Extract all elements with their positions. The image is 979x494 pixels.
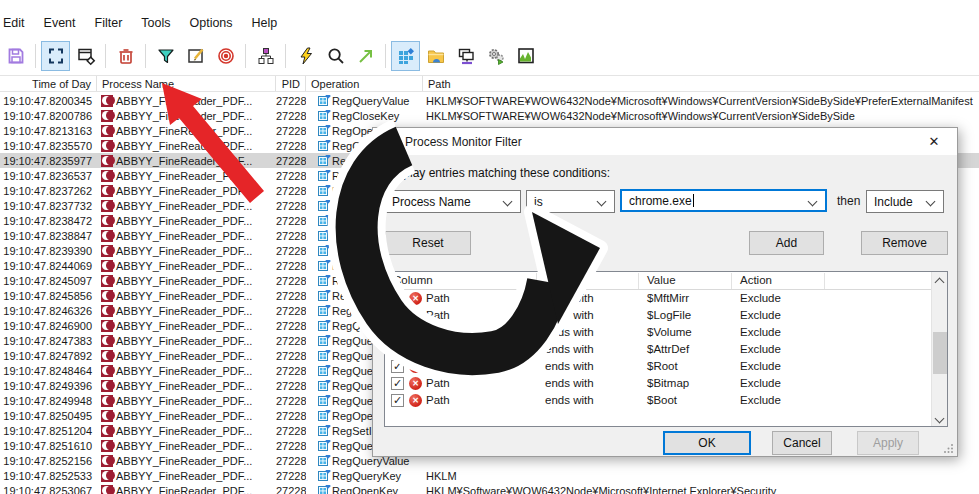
save-icon[interactable] <box>2 42 29 70</box>
column-header-path[interactable]: Path <box>423 76 979 91</box>
autoscroll-icon[interactable] <box>72 42 99 70</box>
column-header-operation[interactable]: Operation <box>306 76 423 91</box>
show-profiling-events-icon[interactable] <box>512 42 539 70</box>
jump-to-icon[interactable] <box>352 42 379 70</box>
filter-rule-column: Path <box>426 360 450 372</box>
scroll-up-icon[interactable] <box>936 276 943 283</box>
abbyy-process-icon <box>101 215 113 227</box>
filter-checkbox[interactable]: ✓ <box>391 394 404 407</box>
menu-item-event[interactable]: Event <box>44 16 76 30</box>
cancel-button[interactable]: Cancel <box>772 431 832 455</box>
filter-rule-row[interactable]: ✓✕Pathends with$MftMirrExclude <box>385 291 931 308</box>
event-row[interactable]: 19:10:47.8200345ABBYY_FineReader_PDF...2… <box>0 93 979 108</box>
filter-rule-row[interactable]: ✓✕Pathends with$VolumeExclude <box>385 325 931 342</box>
show-registry-activity-icon[interactable] <box>392 42 419 70</box>
abbyy-process-icon <box>101 380 113 392</box>
show-process-activity-icon[interactable] <box>482 42 509 70</box>
filter-icon[interactable] <box>152 42 179 70</box>
event-pid: 27228 <box>276 95 306 107</box>
filter-column-select[interactable]: Process Name <box>384 190 521 213</box>
find-icon[interactable] <box>322 42 349 70</box>
filter-rule-row[interactable]: ✓✕Pathends with$LogFileExclude <box>385 308 931 325</box>
event-time: 19:10:47.8245097 <box>0 275 97 287</box>
event-row[interactable]: 19:10:47.8200786ABBYY_FineReader_PDF...2… <box>0 108 979 123</box>
scrollbar-thumb[interactable] <box>933 332 947 374</box>
event-pid: 27228 <box>276 230 306 242</box>
dialog-title-bar[interactable]: Process Monitor Filter ✕ <box>373 128 957 155</box>
abbyy-process-icon <box>101 350 113 362</box>
reset-button[interactable]: Reset <box>385 231 471 255</box>
process-name-text: ABBYY_FineReader_PDF... <box>116 95 252 107</box>
event-pid: 27228 <box>276 305 306 317</box>
registry-operation-icon <box>318 246 328 256</box>
filter-col-header-relation[interactable]: Relation <box>545 274 587 286</box>
filter-relation-value: is <box>534 195 543 209</box>
menu-item-help[interactable]: Help <box>252 16 278 30</box>
menu-item-tools[interactable]: Tools <box>141 16 170 30</box>
include-process-from-window-icon[interactable] <box>212 42 239 70</box>
filter-col-header-action[interactable]: Action <box>740 274 772 286</box>
toolbar-separator <box>145 44 146 68</box>
scroll-down-icon[interactable] <box>936 415 943 422</box>
menu-item-options[interactable]: Options <box>189 16 232 30</box>
remove-button[interactable]: Remove <box>861 231 948 255</box>
event-path: HKLM <box>423 470 979 482</box>
filter-col-header-column[interactable]: Column <box>393 274 433 286</box>
filter-checkbox[interactable]: ✓ <box>391 292 404 305</box>
exclude-icon: ✕ <box>409 309 422 322</box>
filter-list-scrollbar[interactable] <box>931 272 947 426</box>
filter-checkbox[interactable]: ✓ <box>391 360 404 373</box>
filter-relation-select[interactable]: is <box>526 190 615 213</box>
event-operation: RegOpenKey <box>306 485 423 494</box>
filter-rule-row[interactable]: ✓✕Pathends with$AttrDefExclude <box>385 342 931 359</box>
event-pid: 27228 <box>276 380 306 392</box>
filter-action-select[interactable]: Include <box>866 190 944 213</box>
registry-operation-icon <box>318 471 328 481</box>
event-process: ABBYY_FineReader_PDF... <box>97 350 276 362</box>
close-icon[interactable]: ✕ <box>925 133 943 151</box>
ok-button[interactable]: OK <box>663 431 751 455</box>
event-time: 19:10:47.8235570 <box>0 140 97 152</box>
filter-rule-column: Path <box>426 394 450 406</box>
add-button[interactable]: Add <box>749 231 824 255</box>
filter-checkbox[interactable]: ✓ <box>391 343 404 356</box>
highlight-icon[interactable] <box>182 42 209 70</box>
column-header-time-of-day[interactable]: Time of Day <box>0 76 97 91</box>
capture-icon[interactable] <box>42 42 69 70</box>
filter-rule-row[interactable]: ✓✕Pathends with$BootExclude <box>385 393 931 410</box>
event-process: ABBYY_FineReader_PDF... <box>97 275 276 287</box>
event-row[interactable]: 19:10:47.8253067ABBYY_FineReader_PDF...2… <box>0 483 979 494</box>
filter-checkbox[interactable]: ✓ <box>391 309 404 322</box>
filter-col-header-value[interactable]: Value <box>647 274 676 286</box>
filter-value-input[interactable]: chrome.exe <box>620 189 827 212</box>
process-name-text: ABBYY_FineReader_PDF... <box>116 350 252 362</box>
event-time: 19:10:47.8252156 <box>0 455 97 467</box>
process-tree-icon[interactable] <box>252 42 279 70</box>
show-network-activity-icon[interactable] <box>452 42 479 70</box>
filter-checkbox[interactable]: ✓ <box>391 377 404 390</box>
event-pid: 27228 <box>276 290 306 302</box>
menu-item-edit[interactable]: Edit <box>3 16 25 30</box>
event-row[interactable]: 19:10:47.8252533ABBYY_FineReader_PDF...2… <box>0 468 979 483</box>
event-path: HKLM¥SOFTWARE¥WOW6432Node¥Microsoft¥Wind… <box>423 95 979 107</box>
event-process: ABBYY_FineReader_PDF... <box>97 365 276 377</box>
column-header-pid[interactable]: PID <box>276 76 306 91</box>
column-header-process-name[interactable]: Process Name <box>97 76 276 91</box>
apply-button: Apply <box>857 431 919 455</box>
registry-operation-icon <box>318 276 328 286</box>
clear-icon[interactable] <box>112 42 139 70</box>
event-process: ABBYY_FineReader_PDF... <box>97 470 276 482</box>
resize-grip[interactable] <box>944 443 954 453</box>
filter-rule-row[interactable]: ✓✕Pathends with$BitmapExclude <box>385 376 931 393</box>
then-label: then <box>837 194 860 208</box>
event-time: 19:10:47.8200786 <box>0 110 97 122</box>
filter-checkbox[interactable]: ✓ <box>391 326 404 339</box>
registry-operation-icon <box>318 141 328 151</box>
filter-rule-row[interactable]: ✓✕Pathends with$RootExclude <box>385 359 931 376</box>
boot-logging-icon[interactable] <box>292 42 319 70</box>
menu-item-filter[interactable]: Filter <box>95 16 123 30</box>
show-file-system-activity-icon[interactable] <box>422 42 449 70</box>
abbyy-process-icon <box>101 335 113 347</box>
filter-rule-relation: ends with <box>545 377 594 389</box>
event-pid: 27228 <box>276 200 306 212</box>
